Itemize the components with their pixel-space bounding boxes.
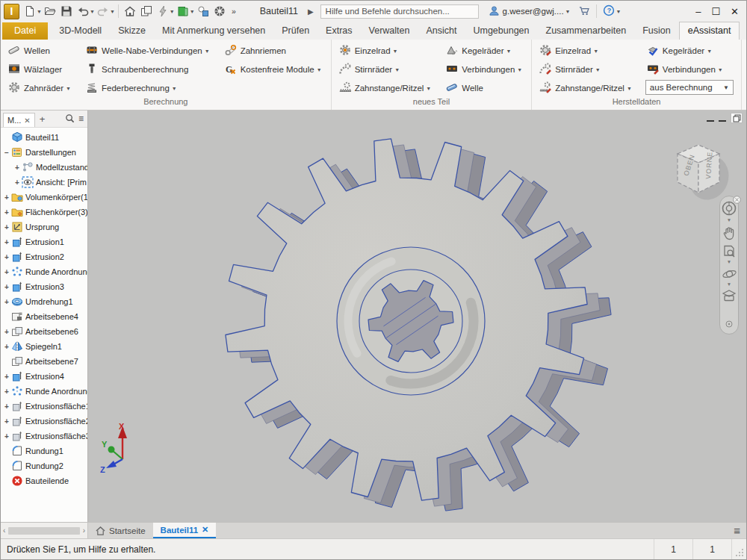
tree-item-rundung2[interactable]: Rundung2 (1, 458, 87, 473)
tree-item-extrusion3[interactable]: +Extrusion3 (1, 279, 87, 294)
chevron-down-icon[interactable]: ▼ (723, 84, 729, 91)
ribbon-button-zahnriemen[interactable]: Zahnriemen (223, 43, 323, 59)
save-icon[interactable] (58, 3, 75, 19)
browser-horizontal-scrollbar[interactable]: ‹ › (1, 523, 88, 538)
undo-icon[interactable] (75, 3, 91, 19)
expand-icon[interactable]: + (3, 343, 10, 351)
tree-item-rundung1[interactable]: Rundung1 (1, 444, 87, 458)
ribbon-button-schraubenberechnung[interactable]: Schraubenberechnung (84, 61, 211, 78)
expand-toolbar-icon[interactable]: » (228, 3, 244, 19)
render-wheel-icon[interactable] (211, 3, 228, 19)
expand-icon[interactable]: + (3, 402, 10, 411)
menu-tab-ansicht[interactable]: Ansicht (418, 22, 465, 40)
home-icon[interactable] (122, 3, 138, 19)
collapse-icon[interactable]: − (3, 149, 10, 157)
ribbon-button-kegelräder[interactable]: Kegelräder▼ (444, 43, 524, 59)
expand-icon[interactable]: + (3, 268, 10, 276)
ribbon-button-wälzlager[interactable]: Wälzlager (7, 61, 72, 78)
tree-item-bauteilende[interactable]: Bauteilende (1, 473, 87, 488)
chevron-down-icon[interactable]: ▼ (616, 9, 622, 14)
chevron-down-icon[interactable]: ▼ (317, 67, 322, 72)
expand-icon[interactable]: + (3, 298, 10, 306)
expand-icon[interactable]: + (13, 178, 21, 187)
chevron-down-icon[interactable]: ▼ (190, 9, 195, 14)
chevron-down-icon[interactable]: ▼ (394, 67, 400, 72)
scrollbar-thumb[interactable] (8, 527, 79, 535)
scroll-right-icon[interactable]: › (83, 526, 85, 535)
menu-tab-prüfen[interactable]: Prüfen (273, 22, 317, 40)
tree-item-volumenkörper-1[interactable]: +Volumenkörper(1 (1, 190, 87, 205)
add-icon[interactable]: + (37, 113, 48, 125)
tree-item-ansicht-prim[interactable]: +Ansicht: [Prim (1, 175, 87, 190)
close-icon[interactable] (733, 193, 741, 207)
tree-item-extrusionsfläche3[interactable]: +Extrusionsfläche3 (1, 429, 87, 444)
ribbon-button-verbindungen[interactable]: Verbindungen▼ (645, 61, 734, 78)
tree-item-ursprung[interactable]: +Ursprung (1, 220, 87, 234)
minimize-button[interactable]: – (695, 6, 701, 17)
look-at-icon[interactable] (721, 289, 737, 302)
tree-item-bauteil11[interactable]: Bauteil11 (1, 130, 87, 145)
menu-tab-datei[interactable]: Datei (2, 22, 48, 40)
help-icon[interactable]: ? (603, 4, 615, 18)
tree-item-runde-anordnung[interactable]: +Runde Anordnung (1, 264, 87, 279)
expand-icon[interactable]: + (3, 328, 10, 336)
menu-tab-extras[interactable]: Extras (317, 22, 360, 40)
ribbon-button-einzelrad[interactable]: Einzelrad▼ (338, 43, 433, 59)
expand-icon[interactable]: + (13, 164, 21, 172)
menu-tab-fusion[interactable]: Fusion (634, 22, 679, 40)
chevron-down-icon[interactable]: ▼ (718, 67, 723, 72)
expand-icon[interactable]: + (3, 208, 10, 217)
menu-tab-skizze[interactable]: Skizze (110, 22, 154, 40)
chevron-down-icon[interactable]: ▼ (205, 49, 210, 54)
expand-icon[interactable]: + (3, 238, 10, 246)
tree-item-umdrehung1[interactable]: +Umdrehung1 (1, 294, 87, 309)
doc-restore-icon[interactable] (731, 113, 743, 123)
expand-icon[interactable]: + (3, 283, 10, 291)
chevron-down-icon[interactable]: ▼ (172, 86, 177, 91)
expand-icon[interactable]: + (3, 193, 10, 202)
ribbon-button-stirnräder[interactable]: Stirnräder▼ (338, 61, 433, 78)
scroll-left-icon[interactable]: ‹ (3, 526, 5, 535)
resize-grip[interactable] (731, 539, 746, 559)
ribbon-button-zahnräder[interactable]: Zahnräder▼ (7, 80, 72, 96)
expand-icon[interactable]: + (3, 432, 10, 441)
menu-tab-3d-modell[interactable]: 3D-Modell (51, 22, 110, 40)
chevron-down-icon[interactable]: ▼ (170, 9, 175, 14)
ribbon-button-verbindungen[interactable]: Verbindungen▼ (444, 61, 524, 78)
chevron-down-icon[interactable]: ▼ (707, 49, 712, 54)
model-viewport[interactable]: OBEN VORNE ▼ ▼ (88, 111, 746, 522)
switch-windows-icon[interactable] (138, 3, 155, 19)
zoom-window-icon[interactable] (721, 244, 737, 259)
doc-tab-startseite[interactable]: Startseite (88, 523, 153, 538)
tree-item-extrusion2[interactable]: +Extrusion2 (1, 249, 87, 264)
tree-item-flächenkörper-3-[interactable]: +Flächenkörper(3) (1, 205, 87, 220)
tree-item-spiegeln1[interactable]: +Spiegeln1 (1, 339, 87, 354)
quick-command-icon[interactable] (155, 3, 171, 19)
ribbon-button-federberechnung[interactable]: Federberechnung▼ (84, 80, 211, 96)
tree-item-runde-anordnung[interactable]: +Runde Anordnung (1, 384, 87, 399)
doc-minimize-icon[interactable] (707, 120, 714, 122)
close-button[interactable]: ✕ (731, 6, 739, 17)
tree-item-arbeitsebene4[interactable]: Arbeitsebene4 (1, 309, 87, 324)
ribbon-button-stirnräder[interactable]: Stirnräder▼ (538, 61, 633, 78)
menu-tab-eassistant[interactable]: eAssistant (679, 22, 740, 40)
chevron-down-icon[interactable]: ▼ (66, 86, 71, 91)
search-input[interactable]: Hilfe und Befehle durchsuchen... (320, 4, 479, 19)
tree-item-extrusionsfläche2[interactable]: +Extrusionsfläche2 (1, 414, 87, 429)
inventor-logo-icon[interactable]: I (4, 4, 19, 19)
ribbon-button-einzelrad[interactable]: Einzelrad▼ (538, 43, 633, 59)
tab-list-menu-icon[interactable]: ≡ (734, 524, 740, 537)
tree-item-extrusion1[interactable]: +Extrusion1 (1, 234, 87, 249)
ribbon-button-welle-nabe-verbindungen[interactable]: Welle-Nabe-Verbindungen▼ (84, 43, 211, 59)
chevron-down-icon[interactable]: ▼ (426, 86, 431, 91)
chevron-down-icon[interactable]: ▼ (37, 9, 42, 14)
doc-minimize2-icon[interactable] (719, 120, 726, 122)
redo-icon[interactable] (95, 3, 111, 19)
expand-icon[interactable]: + (3, 373, 10, 381)
tree-item-extrusionsfläche1[interactable]: +Extrusionsfläche1 (1, 399, 87, 414)
material-icon[interactable] (175, 3, 191, 19)
chevron-down-icon[interactable]: ▼ (517, 67, 522, 72)
pan-hand-icon[interactable] (721, 225, 737, 240)
chevron-down-icon[interactable]: ▼ (627, 86, 632, 91)
chevron-down-icon[interactable]: ▼ (595, 67, 601, 72)
